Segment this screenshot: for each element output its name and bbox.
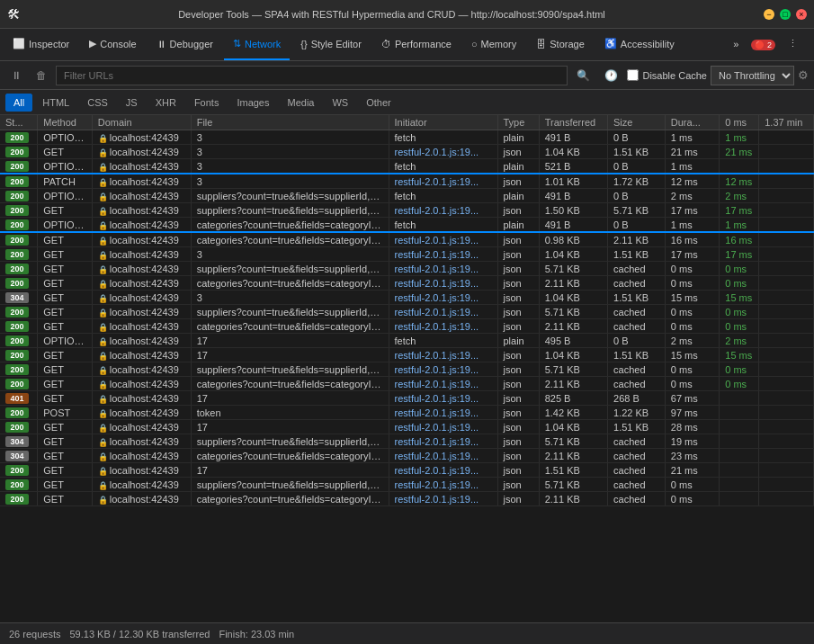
table-row[interactable]: 200 PATCH 🔒localhost:42439 3 restful-2.0…	[0, 174, 814, 189]
table-row[interactable]: 200 GET 🔒localhost:42439 categories?coun…	[0, 319, 814, 334]
pause-recording-button[interactable]: ⏸	[5, 66, 27, 85]
maximize-button[interactable]: □	[780, 9, 791, 20]
initiator-link[interactable]: restful-2.0.1.js:19...	[395, 451, 479, 461]
throttle-select[interactable]: No Throttling Online Fast 3G Slow 3G Off…	[711, 66, 794, 85]
network-icon: ⇅	[233, 38, 241, 49]
tab-inspector[interactable]: ⬜ Inspector	[4, 30, 78, 60]
header-domain[interactable]: Domain	[92, 115, 191, 130]
initiator-link[interactable]: restful-2.0.1.js:19...	[395, 264, 479, 274]
table-row[interactable]: 200 GET 🔒localhost:42439 17 restful-2.0.…	[0, 420, 814, 434]
type-all[interactable]: All	[5, 94, 32, 112]
initiator-link[interactable]: restful-2.0.1.js:19...	[395, 292, 479, 303]
initiator-link[interactable]: restful-2.0.1.js:19...	[395, 364, 479, 375]
initiator-link[interactable]: restful-2.0.1.js:19...	[395, 278, 479, 289]
header-method[interactable]: Method	[38, 115, 92, 130]
type-other[interactable]: Other	[358, 94, 399, 112]
header-file[interactable]: File	[191, 115, 389, 130]
table-row[interactable]: 200 GET 🔒localhost:42439 suppliers?count…	[0, 262, 814, 276]
cell-type: json	[497, 377, 539, 391]
table-row[interactable]: 200 OPTIONS 🔒localhost:42439 suppliers?c…	[0, 189, 814, 203]
header-0ms: 0 ms	[720, 115, 759, 130]
initiator-link[interactable]: restful-2.0.1.js:19...	[395, 379, 479, 389]
cell-type: json	[497, 305, 539, 319]
table-row[interactable]: 200 GET 🔒localhost:42439 17 restful-2.0.…	[0, 348, 814, 362]
tab-accessibility[interactable]: ♿ Accessibility	[595, 30, 684, 60]
table-row[interactable]: 200 GET 🔒localhost:42439 categories?coun…	[0, 276, 814, 291]
disable-cache-label[interactable]: Disable Cache	[627, 69, 707, 81]
cell-time	[720, 463, 759, 478]
initiator-link[interactable]: restful-2.0.1.js:19...	[395, 422, 479, 433]
type-css[interactable]: CSS	[79, 94, 116, 112]
type-html[interactable]: HTML	[34, 94, 77, 112]
style-editor-icon: {}	[300, 39, 307, 49]
cell-initiator: restful-2.0.1.js:19...	[389, 463, 497, 478]
minimize-button[interactable]: −	[764, 9, 774, 20]
initiator-link[interactable]: restful-2.0.1.js:19...	[395, 494, 479, 505]
header-size[interactable]: Size	[608, 115, 666, 130]
initiator-link[interactable]: restful-2.0.1.js:19...	[395, 407, 479, 418]
table-row[interactable]: 200 GET 🔒localhost:42439 suppliers?count…	[0, 203, 814, 218]
initiator-link[interactable]: restful-2.0.1.js:19...	[395, 235, 479, 246]
tab-debugger[interactable]: ⏸ Debugger	[148, 30, 222, 60]
type-xhr[interactable]: XHR	[148, 94, 184, 112]
tab-style-editor[interactable]: {} Style Editor	[291, 30, 371, 60]
gear-button[interactable]: ⚙	[798, 68, 809, 82]
more-options-button[interactable]: ⋮	[779, 30, 807, 60]
table-row[interactable]: 304 GET 🔒localhost:42439 3 restful-2.0.1…	[0, 291, 814, 305]
tab-network[interactable]: ⇅ Network	[224, 30, 290, 60]
table-row[interactable]: 200 GET 🔒localhost:42439 suppliers?count…	[0, 478, 814, 492]
header-initiator[interactable]: Initiator	[389, 115, 497, 130]
initiator-link[interactable]: restful-2.0.1.js:19...	[395, 350, 479, 361]
type-images[interactable]: Images	[228, 94, 277, 112]
table-row[interactable]: 304 GET 🔒localhost:42439 suppliers?count…	[0, 434, 814, 449]
tab-storage[interactable]: 🗄 Storage	[527, 30, 594, 60]
initiator-link[interactable]: restful-2.0.1.js:19...	[395, 321, 479, 332]
clock-button[interactable]: 🕐	[599, 66, 623, 85]
cell-method: GET	[38, 232, 92, 247]
initiator-link[interactable]: restful-2.0.1.js:19...	[395, 393, 479, 404]
initiator-link[interactable]: restful-2.0.1.js:19...	[395, 479, 479, 490]
tab-console[interactable]: ▶ Console	[80, 30, 145, 60]
cell-waterfall	[759, 420, 814, 434]
header-type[interactable]: Type	[497, 115, 539, 130]
initiator-link[interactable]: restful-2.0.1.js:19...	[395, 436, 479, 447]
table-row[interactable]: 200 GET 🔒localhost:42439 categories?coun…	[0, 377, 814, 391]
table-row[interactable]: 200 GET 🔒localhost:42439 suppliers?count…	[0, 305, 814, 319]
table-row[interactable]: 200 GET 🔒localhost:42439 categories?coun…	[0, 492, 814, 506]
cell-transferred: 5.71 KB	[539, 434, 607, 449]
table-row[interactable]: 200 GET 🔒localhost:42439 3 restful-2.0.1…	[0, 247, 814, 262]
close-button[interactable]: ×	[796, 9, 807, 20]
header-transferred[interactable]: Transferred	[539, 115, 607, 130]
initiator-link[interactable]: restful-2.0.1.js:19...	[395, 307, 479, 318]
initiator-link[interactable]: restful-2.0.1.js:19...	[395, 249, 479, 260]
search-button[interactable]: 🔍	[571, 66, 595, 85]
table-row[interactable]: 200 OPTIONS 🔒localhost:42439 3 fetch pla…	[0, 130, 814, 145]
tab-memory[interactable]: ○ Memory	[462, 30, 525, 60]
table-row[interactable]: 200 POST 🔒localhost:42439 token restful-…	[0, 406, 814, 420]
header-status[interactable]: St...	[0, 115, 38, 130]
table-row[interactable]: 401 GET 🔒localhost:42439 17 restful-2.0.…	[0, 391, 814, 406]
type-media[interactable]: Media	[279, 94, 322, 112]
header-duration[interactable]: Dura...	[665, 115, 719, 130]
overflow-button[interactable]: »	[724, 30, 747, 60]
table-row[interactable]: 200 GET 🔒localhost:42439 17 restful-2.0.…	[0, 463, 814, 478]
cell-initiator: restful-2.0.1.js:19...	[389, 145, 497, 159]
initiator-link[interactable]: restful-2.0.1.js:19...	[395, 176, 479, 187]
type-ws[interactable]: WS	[324, 94, 356, 112]
initiator-link[interactable]: restful-2.0.1.js:19...	[395, 205, 479, 216]
disable-cache-checkbox[interactable]	[627, 69, 639, 81]
table-row[interactable]: 200 GET 🔒localhost:42439 3 restful-2.0.1…	[0, 145, 814, 159]
initiator-link[interactable]: restful-2.0.1.js:19...	[395, 465, 479, 476]
type-js[interactable]: JS	[118, 94, 146, 112]
table-row[interactable]: 304 GET 🔒localhost:42439 categories?coun…	[0, 449, 814, 463]
clear-button[interactable]: 🗑	[31, 66, 52, 85]
type-fonts[interactable]: Fonts	[186, 94, 228, 112]
initiator-link[interactable]: restful-2.0.1.js:19...	[395, 147, 479, 157]
tab-performance[interactable]: ⏱ Performance	[372, 30, 461, 60]
table-row[interactable]: 200 OPTIONS 🔒localhost:42439 3 fetch pla…	[0, 159, 814, 174]
table-row[interactable]: 200 OPTIONS 🔒localhost:42439 17 fetch pl…	[0, 334, 814, 348]
filter-input[interactable]	[56, 66, 568, 85]
table-row[interactable]: 200 GET 🔒localhost:42439 suppliers?count…	[0, 362, 814, 377]
table-row[interactable]: 200 GET 🔒localhost:42439 categories?coun…	[0, 232, 814, 247]
table-row[interactable]: 200 OPTIONS 🔒localhost:42439 categories?…	[0, 218, 814, 233]
